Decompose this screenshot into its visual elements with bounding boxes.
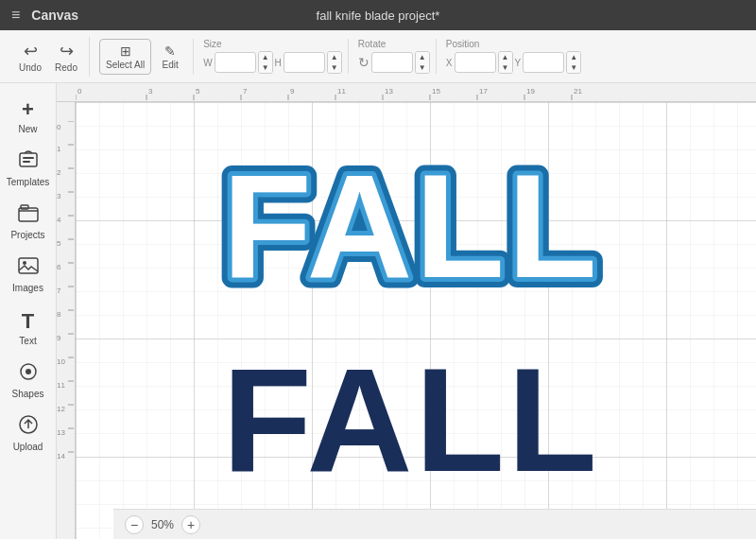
sidebar-item-upload-label: Upload [13,442,43,452]
sidebar-item-projects-label: Projects [10,230,44,240]
rotate-row: ↻ ▲▼ [358,51,430,74]
svg-text:15: 15 [432,87,440,96]
svg-text:9: 9 [290,87,295,96]
app-title: Canvas [31,8,78,23]
redo-button[interactable]: ↪ Redo [49,37,83,77]
width-spinner[interactable]: ▲▼ [258,51,273,74]
size-row: W ▲▼ H ▲▼ [203,51,342,74]
bottom-bar: − 50% + [113,509,756,539]
position-label: Position [446,39,480,49]
redo-label: Redo [55,62,77,73]
svg-rect-3 [19,208,38,221]
canvas-area: 0 3 5 7 9 11 13 15 17 19 21 0 [57,83,756,539]
svg-text:5: 5 [196,87,200,96]
svg-text:12: 12 [57,405,65,413]
svg-point-8 [26,369,31,374]
redo-icon: ↪ [60,41,74,61]
zoom-level: 50% [151,518,174,531]
toolbar: ↩ Undo ↪ Redo ⊞ Select All ✎ Edit Size W… [0,30,756,83]
sidebar: + New Templates Projects Images T Text S… [0,83,57,539]
select-all-icon: ⊞ [120,43,131,59]
rotate-icon: ↻ [358,55,369,70]
y-input[interactable] [523,52,564,73]
svg-text:1: 1 [57,145,61,153]
svg-text:21: 21 [574,87,582,96]
sidebar-item-shapes[interactable]: Shapes [4,356,53,405]
sidebar-item-images[interactable]: Images [4,250,53,299]
undo-label: Undo [19,62,42,73]
y-label: Y [515,58,522,68]
size-field: Size W ▲▼ H ▲▼ [203,39,342,74]
edit-icon: ✎ [164,43,176,59]
x-label: X [446,58,453,68]
select-all-group: ⊞ Select All ✎ Edit [94,39,194,75]
undo-button[interactable]: ↩ Undo [13,37,47,77]
rotate-field: Rotate ↻ ▲▼ [358,39,430,74]
size-label: Size [203,39,221,49]
grid-canvas: FALL FALL FALL FALL [76,102,756,539]
svg-text:7: 7 [243,87,248,96]
edit-button[interactable]: ✎ Edit [153,40,187,74]
undo-icon: ↩ [24,41,38,61]
height-spinner[interactable]: ▲▼ [327,51,342,74]
sidebar-item-upload[interactable]: Upload [4,409,53,458]
images-icon [18,255,39,281]
svg-text:11: 11 [337,87,346,96]
y-spinner[interactable]: ▲▼ [566,51,581,74]
svg-text:6: 6 [57,263,61,271]
svg-text:14: 14 [57,452,65,461]
svg-text:9: 9 [57,334,61,342]
position-row: X ▲▼ Y ▲▼ [446,51,581,74]
new-icon: + [22,97,34,122]
size-group: Size W ▲▼ H ▲▼ [198,39,349,74]
svg-text:3: 3 [148,87,153,96]
svg-rect-4 [21,205,28,209]
title-bar: ≡ Canvas fall knife blade project* [0,0,756,30]
svg-text:11: 11 [57,381,65,390]
height-input[interactable] [284,52,325,73]
svg-text:17: 17 [479,87,488,96]
sidebar-item-projects[interactable]: Projects [4,197,53,246]
sidebar-item-new-label: New [18,124,37,134]
ruler-left: 0 1 2 3 4 5 6 7 8 9 10 11 12 13 [57,102,76,539]
w-label: W [203,58,212,68]
zoom-in-button[interactable]: + [181,515,200,534]
svg-text:FALL: FALL [222,339,599,502]
svg-rect-2 [23,161,30,163]
x-spinner[interactable]: ▲▼ [498,51,513,74]
shapes-icon [18,361,39,387]
zoom-out-button[interactable]: − [125,515,144,534]
fall-text-bottom: FALL [76,102,756,539]
project-title: fall knife blade project* [317,9,440,23]
select-all-label: Select All [106,60,145,70]
undo-redo-group: ↩ Undo ↪ Redo [8,37,90,77]
select-all-button[interactable]: ⊞ Select All [99,39,151,75]
svg-text:0: 0 [57,123,61,131]
templates-icon [18,149,39,175]
svg-text:4: 4 [57,216,61,224]
sidebar-item-images-label: Images [12,283,43,293]
rotate-spinner[interactable]: ▲▼ [415,51,430,74]
sidebar-item-new[interactable]: + New [4,91,53,140]
svg-text:3: 3 [57,192,61,200]
menu-icon[interactable]: ≡ [11,7,20,24]
rotate-input[interactable] [371,52,413,73]
sidebar-item-text[interactable]: T Text [4,303,53,352]
svg-text:8: 8 [57,310,61,319]
sidebar-item-text-label: Text [19,336,36,346]
svg-rect-10 [76,83,756,102]
rotate-label: Rotate [358,39,386,49]
upload-icon [18,414,39,440]
sidebar-item-templates[interactable]: Templates [4,144,53,193]
text-icon: T [22,309,34,334]
svg-rect-33 [57,121,76,539]
sidebar-item-shapes-label: Shapes [12,389,44,399]
svg-text:13: 13 [57,428,65,437]
width-input[interactable] [215,52,256,73]
svg-text:2: 2 [57,168,61,177]
svg-point-6 [23,261,26,265]
x-input[interactable] [455,52,496,73]
svg-rect-1 [23,157,34,159]
svg-text:19: 19 [526,87,535,96]
ruler-top: 0 3 5 7 9 11 13 15 17 19 21 [57,83,756,102]
